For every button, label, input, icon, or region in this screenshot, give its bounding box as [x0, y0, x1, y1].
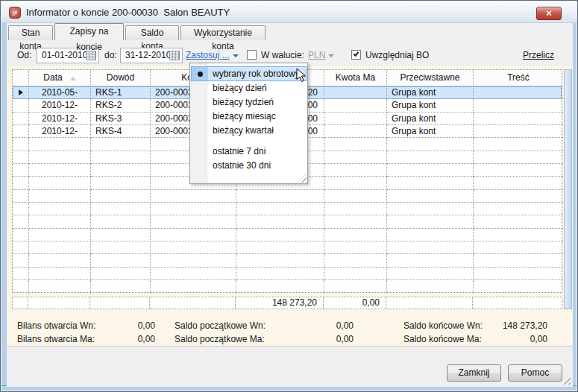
- header-data[interactable]: Data: [29, 70, 91, 86]
- table-row-empty[interactable]: [13, 254, 562, 267]
- table-row-empty[interactable]: [13, 280, 562, 293]
- menu-gutter-cell: [192, 67, 208, 80]
- tab-zapisy-na-koncie[interactable]: Zapisy na koncie: [54, 23, 124, 40]
- dialog-footer: Zamknij Pomoc: [7, 347, 573, 387]
- summary-row: 148 273,20 0,00: [12, 297, 562, 309]
- cell-przeciwstawne: Grupa kont: [387, 125, 474, 138]
- table-row-empty[interactable]: [13, 190, 562, 203]
- cell-kwota-ma: [324, 113, 387, 125]
- saldo-koncowe-wn-label: Saldo końcowe Wn:: [403, 320, 483, 331]
- saldo-poczatkowe-ma-value: 0,00: [283, 334, 354, 344]
- cell-data: 2010-05-: [29, 86, 91, 99]
- menu-resize-grip[interactable]: [298, 174, 307, 183]
- uwzgledniaj-bo-label: Uwzględniaj BO: [365, 50, 429, 60]
- menu-item-biezacy-tydzien[interactable]: bieżący tydzień: [190, 95, 307, 110]
- radio-bullet-icon: [198, 72, 203, 77]
- menu-item-biezacy-dzien[interactable]: bieżący dzień: [190, 81, 307, 95]
- calendar-icon[interactable]: [169, 51, 180, 60]
- saldo-koncowe-wn-value: 148 273,20: [484, 320, 547, 331]
- vertical-scrollbar[interactable]: [564, 69, 572, 309]
- zastosuj-dropdown-link[interactable]: Zastosuj ...: [186, 50, 239, 60]
- summary-konto-cell: [150, 297, 236, 309]
- zamknij-button[interactable]: Zamknij: [447, 364, 501, 382]
- uwzgledniaj-bo-checkbox[interactable]: [351, 50, 361, 60]
- cell-przeciwstawne: Grupa kont: [387, 113, 474, 125]
- cell-data: 2010-12-: [29, 125, 91, 138]
- menu-item-label: wybrany rok obrotowy: [208, 67, 300, 80]
- menu-separator: [190, 138, 307, 145]
- bilans-otwarcia-wn-label: Bilans otwarcia Wn:: [17, 320, 95, 331]
- saldo-poczatkowe-wn-value: 0,00: [283, 320, 354, 331]
- header-przeciwstawne[interactable]: Przeciwstawne: [387, 70, 474, 86]
- dialog-content: Stan konta Zapisy na koncie Saldo konta …: [7, 23, 573, 387]
- saldo-koncowe-ma-value: 0,00: [484, 334, 547, 344]
- cell-przeciwstawne: Grupa kont: [387, 86, 474, 99]
- cell-kwota-ma: [324, 99, 387, 112]
- date-to-input[interactable]: 31-12-2010: [120, 48, 183, 63]
- cell-dowod: RKS-1: [91, 86, 151, 99]
- summary-data-cell: [28, 297, 90, 309]
- tab-saldo-konta[interactable]: Saldo konta: [125, 25, 179, 40]
- tab-wykorzystanie-konta[interactable]: Wykorzystanie konta: [180, 25, 266, 40]
- cell-kwota-ma: [324, 86, 387, 99]
- table-row-empty[interactable]: [13, 203, 562, 215]
- currency-select[interactable]: PLN: [308, 50, 334, 60]
- saldo-koncowe-ma-label: Saldo końcowe Ma:: [403, 334, 482, 344]
- table-row-empty[interactable]: [13, 229, 562, 241]
- window-title: Informator o koncie 200-00030 Salon BEAU…: [26, 7, 230, 18]
- bilans-otwarcia-wn-value: 0,00: [89, 320, 155, 331]
- header-kwota-ma[interactable]: Kwota Ma: [324, 70, 387, 86]
- cell-data: 2010-12-: [29, 99, 91, 112]
- header-tresc[interactable]: Treść: [474, 70, 563, 86]
- close-icon: ×: [546, 7, 552, 19]
- cell-dowod: RKS-3: [91, 113, 151, 125]
- cell-kwota-ma: [324, 125, 387, 138]
- cell-dowod: RKS-4: [91, 125, 151, 138]
- table-row-empty[interactable]: [13, 215, 562, 228]
- w-walucie-checkbox[interactable]: [247, 50, 257, 60]
- saldo-poczatkowe-wn-label: Saldo początkowe Wn:: [175, 320, 266, 331]
- menu-item-ostatnie-7-dni[interactable]: ostatnie 7 dni: [190, 145, 307, 159]
- cell-przeciwstawne: Grupa kont: [387, 99, 474, 112]
- pomoc-button[interactable]: Pomoc: [508, 364, 562, 382]
- row-marker-cell: [13, 99, 29, 112]
- chevron-down-icon: [328, 54, 334, 57]
- date-to-label: do:: [104, 50, 117, 60]
- tab-bar: Stan konta Zapisy na koncie Saldo konta …: [7, 23, 573, 40]
- sort-ascending-icon: [70, 77, 76, 80]
- summary-dowod-cell: [90, 297, 150, 309]
- w-walucie-label: W walucie:: [261, 50, 304, 60]
- table-row-empty[interactable]: [13, 241, 562, 254]
- menu-item-wybrany-rok-obrotowy[interactable]: wybrany rok obrotowy: [191, 66, 307, 81]
- dialog-window: gt Informator o koncie 200-00030 Salon B…: [0, 0, 578, 392]
- checkmark-icon: [354, 51, 359, 57]
- summary-marker-cell: [12, 297, 28, 309]
- summary-przeciwstawne-cell: [386, 297, 473, 309]
- window-border-left: [1, 23, 7, 385]
- menu-item-biezacy-kwartal[interactable]: bieżący kwartał: [190, 124, 307, 138]
- cell-tresc: [474, 125, 563, 138]
- current-row-marker-icon: [19, 89, 23, 95]
- menu-item-biezacy-miesiac[interactable]: bieżący miesiąc: [190, 110, 307, 124]
- table-row-empty[interactable]: [13, 268, 562, 280]
- app-icon: gt: [9, 7, 21, 19]
- titlebar[interactable]: gt Informator o koncie 200-00030 Salon B…: [1, 1, 578, 23]
- mouse-cursor-icon: [296, 68, 307, 86]
- menu-item-ostatnie-30-dni[interactable]: ostatnie 30 dni: [190, 159, 307, 173]
- summary-tresc-cell: [473, 297, 562, 309]
- cell-tresc: [474, 86, 563, 99]
- summary-kwota-ma: 0,00: [324, 297, 386, 309]
- row-marker-cell: [13, 86, 29, 99]
- tab-stan-konta[interactable]: Stan konta: [8, 25, 53, 40]
- date-from-label: Od:: [17, 50, 31, 60]
- period-menu: wybrany rok obrotowy bieżący dzień bieżą…: [189, 63, 308, 184]
- cell-dowod: RKS-2: [91, 99, 151, 112]
- header-dowod[interactable]: Dowód: [91, 70, 151, 86]
- row-marker-cell: [13, 125, 29, 138]
- bilans-otwarcia-ma-value: 0,00: [89, 334, 155, 344]
- close-button[interactable]: ×: [536, 7, 562, 20]
- cell-tresc: [474, 113, 563, 125]
- przelicz-link[interactable]: Przelicz: [523, 50, 554, 60]
- saldo-poczatkowe-ma-label: Saldo początkowe Ma:: [175, 334, 265, 344]
- chevron-down-icon: [233, 54, 239, 57]
